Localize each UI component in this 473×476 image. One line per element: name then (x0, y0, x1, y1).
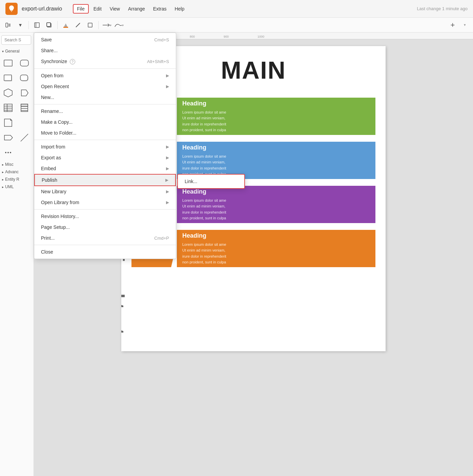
section-uml[interactable]: UML (1, 183, 32, 191)
info-heading-4: Heading (182, 232, 226, 239)
shape-rect-shadow[interactable] (1, 71, 15, 85)
menu-bar: File Edit View Arrange Extras Help (73, 4, 188, 14)
toolbar-stroke-btn[interactable] (73, 20, 83, 31)
shape-rounded-shadow[interactable] (18, 71, 31, 85)
shape-dots[interactable] (1, 146, 15, 159)
toolbar-arrow-btn[interactable]: ▾ (101, 20, 112, 31)
menu-edit[interactable]: Edit (90, 5, 105, 13)
toolbar-connector-btn[interactable]: ▾ (114, 20, 124, 31)
info-content-2: Heading Lorem ipsum dolor sit ameUt enim… (176, 142, 375, 179)
menu-item-save[interactable]: Save Cmd+S (34, 34, 176, 45)
shape-chevron[interactable] (1, 131, 15, 144)
menu-item-close[interactable]: Close (34, 246, 176, 257)
menu-arrange[interactable]: Arrange (125, 5, 148, 13)
sidebar: General (0, 33, 34, 476)
toolbar: ▾ ▾ (0, 18, 473, 33)
info-body-1: Lorem ipsum dolor sit ameUt enim ad mini… (182, 110, 226, 132)
submenu-item-link[interactable]: Link... (178, 176, 244, 187)
menu-item-print[interactable]: Print... Cmd+P (34, 233, 176, 243)
toolbar-pages-btn[interactable] (32, 20, 42, 31)
toolbar-separator-2 (57, 21, 58, 29)
svg-point-34 (7, 152, 9, 153)
menu-item-new[interactable]: New... (34, 92, 176, 103)
toolbar-copy-btn[interactable] (44, 20, 55, 31)
search-input[interactable] (1, 35, 31, 45)
toolbar-shape-btn[interactable] (85, 20, 96, 31)
shape-table[interactable] (1, 101, 15, 115)
menu-item-share[interactable]: Share... (34, 45, 176, 56)
shape-grid-general (1, 55, 32, 161)
svg-rect-28 (21, 104, 28, 106)
svg-rect-9 (63, 27, 68, 28)
menu-item-embed[interactable]: Embed ▶ (34, 163, 176, 174)
toolbar-add-btn[interactable]: + (447, 20, 458, 31)
menu-item-export-as[interactable]: Export as ▶ (34, 152, 176, 163)
last-change: Last change 1 minute ago (417, 6, 468, 11)
file-menu-dropdown: Save Cmd+S Share... Synchronize ? Alt+Sh… (34, 33, 176, 259)
toolbar-separator-3 (98, 21, 99, 29)
shape-process[interactable] (18, 86, 31, 100)
menu-divider-3 (34, 140, 176, 140)
svg-marker-21 (4, 89, 12, 97)
menu-item-rename[interactable]: Rename... (34, 106, 176, 117)
menu-item-new-library[interactable]: New Library ▶ (34, 186, 176, 197)
svg-rect-7 (47, 23, 50, 26)
section-general[interactable]: General (1, 47, 32, 55)
section-entity-r[interactable]: Entity R (1, 176, 32, 183)
document-title: export-url.drawio (22, 6, 62, 12)
info-content-4: Heading Lorem ipsum dolor sit ameUt enim… (176, 230, 375, 267)
svg-rect-4 (35, 23, 39, 27)
ruler-mark-900: 900 (224, 35, 229, 38)
svg-rect-16 (20, 60, 28, 66)
sidebar-toggle-btn[interactable] (3, 20, 14, 31)
svg-text:▾: ▾ (110, 23, 111, 27)
menu-divider-5 (34, 245, 176, 245)
shape-line[interactable] (18, 131, 31, 144)
svg-rect-11 (88, 23, 92, 27)
menu-item-revision-history[interactable]: Revision History... (34, 211, 176, 222)
title-bar: export-url.drawio File Edit View Arrange… (0, 0, 473, 18)
info-heading-3: Heading (182, 188, 226, 195)
toolbar-add-dropdown-btn[interactable]: ▾ (459, 20, 470, 31)
toolbar-fill-btn[interactable] (60, 20, 71, 31)
menu-item-publish[interactable]: Publish ▶ Link... (34, 174, 176, 186)
menu-file[interactable]: File (73, 4, 89, 14)
svg-point-35 (10, 152, 11, 153)
svg-line-32 (21, 134, 28, 141)
menu-extras[interactable]: Extras (150, 5, 170, 13)
svg-rect-20 (20, 75, 28, 81)
menu-item-open-from[interactable]: Open from ▶ (34, 70, 176, 81)
shape-empty[interactable] (18, 116, 31, 130)
svg-line-10 (76, 23, 80, 27)
menu-item-page-setup[interactable]: Page Setup... (34, 222, 176, 233)
toolbar-separator-1 (28, 21, 29, 29)
menu-view[interactable]: View (106, 5, 123, 13)
menu-divider-1 (34, 68, 176, 69)
info-body-2: Lorem ipsum dolor sit ameUt enim ad mini… (182, 154, 226, 176)
menu-item-make-copy[interactable]: Make a Copy... (34, 117, 176, 127)
menu-divider-2 (34, 104, 176, 104)
synchronize-help-icon[interactable]: ? (70, 59, 75, 64)
menu-item-open-library-from[interactable]: Open Library from ▶ (34, 197, 176, 208)
menu-item-import-from[interactable]: Import from ▶ (34, 141, 176, 152)
toolbar-dropdown-btn[interactable]: ▾ (15, 20, 26, 31)
shape-rectangle[interactable] (1, 56, 15, 70)
ruler-mark-1000: 1000 (258, 35, 264, 38)
info-body-3: Lorem ipsum dolor sit ameUt enim ad mini… (182, 198, 226, 220)
shape-table2[interactable] (18, 101, 31, 115)
info-content-1: Heading Lorem ipsum dolor sit ameUt enim… (176, 98, 375, 135)
info-heading-2: Heading (182, 144, 226, 151)
info-body-4: Lorem ipsum dolor sit ameUt enim ad mini… (182, 242, 226, 264)
shape-rounded-rect[interactable] (18, 56, 31, 70)
app-logo (5, 3, 18, 15)
publish-submenu: Link... (177, 174, 245, 189)
menu-help[interactable]: Help (171, 5, 188, 13)
svg-rect-15 (4, 60, 12, 66)
section-advanced[interactable]: Advanc (1, 168, 32, 176)
menu-item-move-folder[interactable]: Move to Folder... (34, 127, 176, 138)
shape-hexagon[interactable] (1, 86, 15, 100)
section-misc[interactable]: Misc (1, 161, 32, 168)
menu-item-synchronize[interactable]: Synchronize ? Alt+Shift+S (34, 56, 176, 67)
shape-note[interactable] (1, 116, 15, 130)
menu-item-open-recent[interactable]: Open Recent ▶ (34, 81, 176, 92)
